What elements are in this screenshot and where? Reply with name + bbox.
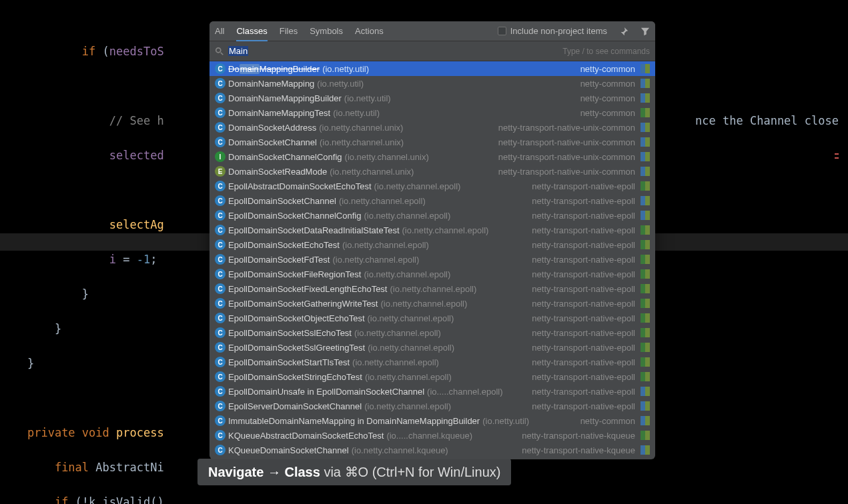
result-name: EpollDomainSocketFileRegionTest — [228, 269, 361, 279]
result-package: (io.netty.channel.epoll) — [332, 255, 419, 265]
result-row[interactable]: CEpollDomainSocketEchoTest (io.netty.cha… — [209, 237, 655, 252]
module-folder-icon — [641, 401, 650, 411]
result-row[interactable]: CDomainNameMappingBuilder (io.netty.util… — [209, 91, 655, 105]
result-package: (io.netty.channel.epoll) — [342, 240, 429, 250]
class-kind-icon: C — [215, 122, 226, 133]
class-kind-icon: C — [215, 181, 226, 191]
result-package: (io.netty.channel.epoll) — [352, 357, 439, 367]
tab-symbols[interactable]: Symbols — [310, 26, 343, 36]
result-row[interactable]: IDomainSocketChannelConfig (io.netty.cha… — [209, 149, 655, 164]
result-row[interactable]: CEpollDomainSocketObjectEchoTest (io.net… — [209, 311, 655, 325]
result-row[interactable]: CImmutableDomainNameMapping in DomainNam… — [209, 413, 655, 428]
result-module: netty-transport-native-epoll — [532, 181, 635, 191]
result-row[interactable]: CEpollDomainSocketStartTlsTest (io.netty… — [209, 355, 655, 369]
result-module: netty-transport-native-epoll — [532, 225, 635, 235]
search-input[interactable]: Main — [228, 46, 248, 56]
result-package: (io.netty.util) — [344, 93, 391, 103]
svg-rect-21 — [645, 196, 650, 205]
svg-rect-37 — [645, 313, 650, 323]
result-row[interactable]: CEpollServerDomainSocketChannel (io.nett… — [209, 399, 655, 413]
class-kind-icon: C — [215, 415, 226, 426]
svg-rect-27 — [645, 240, 650, 249]
result-row[interactable]: CEpollDomainSocketFdTest (io.netty.chann… — [209, 252, 655, 267]
result-name: EpollDomainSocketObjectEchoTest — [228, 313, 365, 323]
result-module: netty-transport-native-epoll — [532, 211, 635, 221]
module-folder-icon — [641, 269, 650, 279]
result-module: netty-transport-native-kqueue — [522, 445, 635, 455]
svg-rect-53 — [645, 431, 650, 440]
module-folder-icon — [641, 328, 650, 337]
result-name: EpollDomainSocketChannel — [228, 196, 336, 206]
svg-rect-25 — [645, 225, 650, 235]
result-row[interactable]: CEpollDomainUnsafe in EpollDomainSocketC… — [209, 384, 655, 399]
module-folder-icon — [641, 431, 650, 440]
result-package: (io.netty.util) — [482, 416, 529, 426]
result-name: EpollServerDomainSocketChannel — [228, 401, 362, 411]
result-row[interactable]: CDomainNameMapping (io.netty.util)netty-… — [209, 76, 655, 91]
module-folder-icon — [641, 93, 650, 103]
class-kind-icon: C — [215, 195, 226, 206]
result-package: (io.....channel.epoll) — [427, 387, 502, 397]
result-package: (io.netty.channel.epoll) — [365, 372, 452, 382]
module-folder-icon — [641, 343, 650, 352]
result-row[interactable]: CEpollDomainSocketStringEchoTest (io.net… — [209, 369, 655, 384]
class-kind-icon: C — [215, 342, 226, 353]
svg-rect-17 — [645, 167, 650, 176]
result-module: netty-transport-native-unix-common — [498, 137, 635, 147]
result-name: EpollDomainSocketEchoTest — [228, 240, 340, 250]
result-package: (io.netty.channel.epoll) — [339, 196, 426, 206]
result-row[interactable]: CEpollDomainSocketFileRegionTest (io.net… — [209, 267, 655, 281]
result-row[interactable]: CEpollDomainSocketFixedLengthEchoTest (i… — [209, 281, 655, 296]
result-module: netty-transport-native-epoll — [532, 269, 635, 279]
result-module: netty-transport-native-epoll — [532, 343, 635, 353]
svg-rect-5 — [645, 79, 650, 88]
result-row[interactable]: CDomainNameMappingTest (io.netty.util)ne… — [209, 105, 655, 120]
result-name: DomainNameMappingBuilder — [228, 93, 342, 103]
tab-all[interactable]: All — [215, 26, 224, 36]
search-everywhere-popup: All Classes Files Symbols Actions Includ… — [209, 21, 655, 459]
result-name: ImmutableDomainNameMapping in DomainName… — [228, 416, 480, 426]
result-package: (io.netty.channel.epoll) — [364, 269, 450, 279]
search-bar: Main Type / to see commands — [209, 41, 655, 61]
result-row[interactable]: CDomainMappingBuilder (io.netty.util)net… — [209, 61, 655, 76]
class-kind-icon: C — [215, 269, 226, 279]
result-row[interactable]: CEpollAbstractDomainSocketEchoTest (io.n… — [209, 179, 655, 193]
module-folder-icon — [641, 225, 650, 235]
result-row[interactable]: CEpollDomainSocketDataReadInitialStateTe… — [209, 223, 655, 237]
filter-icon[interactable] — [641, 27, 650, 36]
svg-rect-9 — [645, 108, 650, 117]
result-row[interactable]: CEpollDomainSocketSslEchoTest (io.netty.… — [209, 325, 655, 340]
result-name: EpollDomainSocketStartTlsTest — [228, 357, 350, 367]
result-module: netty-transport-native-epoll — [532, 255, 635, 265]
result-row[interactable]: CEpollDomainSocketChannelConfig (io.nett… — [209, 208, 655, 223]
svg-rect-11 — [645, 123, 650, 132]
result-row[interactable]: CEpollDomainSocketChannel (io.netty.chan… — [209, 193, 655, 208]
result-row[interactable]: CKQueueAbstractDomainSocketEchoTest (io.… — [209, 428, 655, 443]
result-row[interactable]: EDomainSocketReadMode (io.netty.channel.… — [209, 164, 655, 179]
result-module: netty-transport-native-epoll — [532, 328, 635, 338]
result-package: (io.netty.channel.epoll) — [368, 343, 454, 353]
result-row[interactable]: CDomainSocketAddress (io.netty.channel.u… — [209, 120, 655, 135]
module-folder-icon — [641, 137, 650, 147]
result-row[interactable]: CDomainSocketChannel (io.netty.channel.u… — [209, 135, 655, 149]
tab-classes[interactable]: Classes — [236, 26, 267, 41]
result-row[interactable]: CEpollDomainSocketSslGreetingTest (io.ne… — [209, 340, 655, 355]
class-kind-icon: C — [215, 93, 226, 103]
search-icon — [215, 47, 224, 56]
class-kind-icon: C — [215, 445, 226, 455]
svg-rect-3 — [645, 64, 650, 73]
pin-icon[interactable] — [619, 27, 628, 36]
error-stripe-mark[interactable] — [835, 153, 839, 155]
result-package: (io.....channel.kqueue) — [386, 431, 472, 441]
class-kind-icon: C — [215, 78, 226, 89]
class-kind-icon: C — [215, 137, 226, 147]
error-stripe-mark[interactable] — [835, 157, 839, 159]
result-package: (io.netty.util) — [317, 79, 364, 89]
module-folder-icon — [641, 416, 650, 425]
tab-actions[interactable]: Actions — [355, 26, 384, 36]
tab-files[interactable]: Files — [280, 26, 298, 36]
result-name: EpollDomainSocketDataReadInitialStateTes… — [228, 225, 400, 235]
include-non-project-checkbox[interactable]: Include non-project items — [498, 26, 607, 36]
result-row[interactable]: CKQueueDomainSocketChannel (io.netty.cha… — [209, 443, 655, 457]
result-row[interactable]: CEpollDomainSocketGatheringWriteTest (io… — [209, 296, 655, 311]
